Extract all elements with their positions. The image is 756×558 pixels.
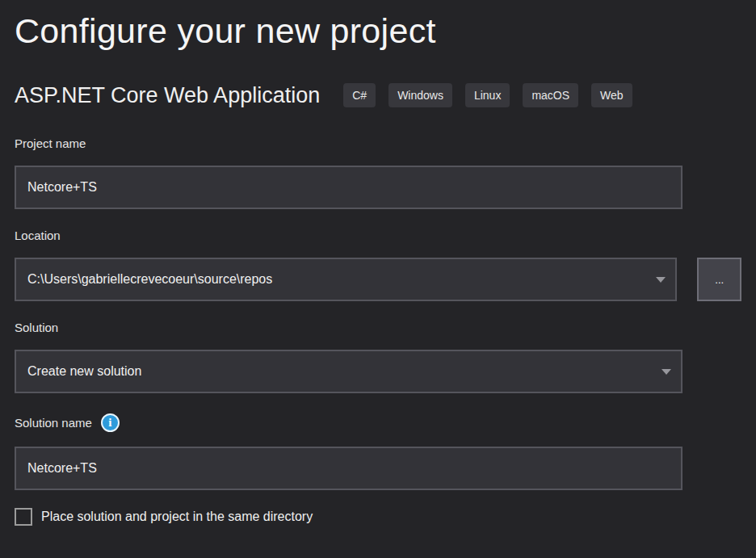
tag-macos: macOS — [523, 83, 578, 107]
solution-label: Solution — [15, 321, 741, 335]
location-label: Location — [15, 229, 741, 243]
tag-web: Web — [591, 83, 632, 107]
same-directory-checkbox[interactable] — [15, 508, 32, 526]
template-tag-list: C# Windows Linux macOS Web — [343, 83, 632, 107]
solution-name-header: Solution name i — [15, 413, 741, 432]
tag-csharp: C# — [343, 83, 376, 107]
solution-selected-value: Create new solution — [16, 351, 681, 392]
tag-windows: Windows — [388, 83, 452, 107]
project-name-label: Project name — [15, 136, 741, 151]
tag-linux: Linux — [465, 83, 510, 107]
configure-project-dialog: Configure your new project ASP.NET Core … — [0, 0, 756, 526]
chevron-down-icon[interactable] — [662, 369, 671, 375]
same-directory-row: Place solution and project in the same d… — [15, 508, 741, 526]
browse-button[interactable]: ... — [697, 258, 741, 301]
project-name-input[interactable] — [15, 166, 682, 209]
location-row: ... — [15, 258, 741, 301]
template-name: ASP.NET Core Web Application — [15, 82, 320, 108]
info-icon[interactable]: i — [101, 413, 120, 432]
solution-name-input[interactable] — [15, 447, 682, 490]
same-directory-label: Place solution and project in the same d… — [41, 510, 313, 524]
location-input[interactable] — [16, 259, 675, 300]
template-header: ASP.NET Core Web Application C# Windows … — [15, 82, 741, 108]
chevron-down-icon[interactable] — [656, 277, 666, 283]
solution-name-label: Solution name — [15, 416, 92, 430]
solution-dropdown[interactable]: Create new solution — [15, 350, 682, 393]
location-combobox[interactable] — [15, 258, 677, 301]
page-title: Configure your new project — [15, 0, 741, 55]
